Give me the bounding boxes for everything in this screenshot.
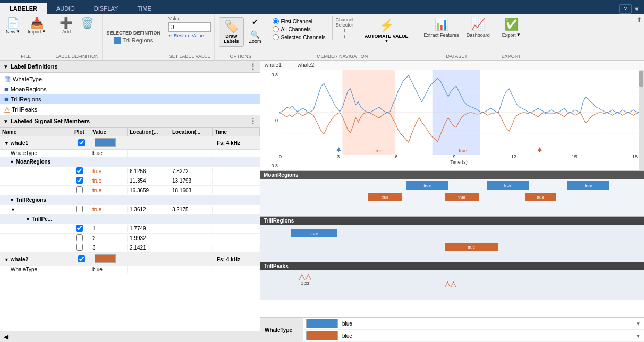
tr1-expand-icon[interactable]: ▼ xyxy=(11,207,15,212)
export-button[interactable]: ✅ Export ▼ xyxy=(499,16,523,39)
label-def-trillregions[interactable]: ■ TrillRegions xyxy=(0,94,260,104)
moanregions-time xyxy=(215,161,258,163)
whale2-label: whale2 xyxy=(11,256,28,262)
extract-features-button[interactable]: 📊 Extract Features xyxy=(421,16,462,39)
mr-orange-bar-2: true xyxy=(445,193,479,201)
whaletype-dropdown-1[interactable]: ▼ xyxy=(635,321,641,327)
trillpe-expand-icon[interactable]: ▼ xyxy=(26,217,30,222)
top-nav: LABELER AUDIO DISPLAY TIME ? ▼ xyxy=(0,0,644,14)
dashboard-button[interactable]: 📈 Dashboard xyxy=(464,16,493,39)
tp3-plot-cell xyxy=(69,243,90,252)
add-icon: ➕ xyxy=(60,18,73,28)
tr1-plot-cell xyxy=(69,205,90,214)
export-dropdown-icon[interactable]: ▼ xyxy=(516,32,521,37)
table-row-whale1[interactable]: ▼ whale1 Fs: 4 kHz xyxy=(0,136,260,150)
automate-value-button[interactable]: ⚡ AUTOMATE VALUE ▼ xyxy=(359,16,414,46)
tp2-checkbox[interactable] xyxy=(76,234,83,241)
whaletype2-time xyxy=(213,269,260,270)
table-row-moanregions[interactable]: ▼ MoanRegions xyxy=(0,157,260,167)
whale2-expand-icon[interactable]: ▼ xyxy=(4,257,9,262)
add-button[interactable]: ➕ Add xyxy=(57,16,76,36)
collapse-ribbon-icon[interactable]: ⬆ xyxy=(637,16,642,23)
table-row-mr2[interactable]: true 11.354 13.1793 xyxy=(0,176,260,186)
table-row-whaletype2[interactable]: WhaleType blue xyxy=(0,266,260,273)
trillregions-expand-icon[interactable]: ▼ xyxy=(10,198,14,203)
waveform-scrollbar[interactable] xyxy=(639,70,644,170)
table-row-tr1[interactable]: ▼ true 1.3612 3.2175 xyxy=(0,205,260,215)
tab-time[interactable]: TIME xyxy=(128,3,160,14)
label-def-moanregions[interactable]: ■ MoanRegions xyxy=(0,84,260,94)
new-button[interactable]: 📄 New ▼ xyxy=(3,16,23,36)
table-row-tp3[interactable]: 3 2.1421 xyxy=(0,243,260,253)
whale2-value-cell xyxy=(92,254,130,264)
help-button[interactable]: ? xyxy=(619,4,632,14)
moanregions-ann-section: MoanRegions true true true xyxy=(260,171,644,217)
whale1-plot-checkbox[interactable] xyxy=(78,139,85,146)
tr1-loc1: 1.3612 xyxy=(128,206,170,213)
zoom-button[interactable]: 🔍 Zoom xyxy=(247,29,264,46)
selected-channels-radio[interactable]: Selected Channels xyxy=(273,34,326,40)
delete-button[interactable]: 🗑️ xyxy=(78,16,97,30)
all-channels-radio[interactable]: All Channels xyxy=(273,26,326,32)
table-row-tp2[interactable]: 2 1.9932 xyxy=(0,234,260,243)
moanregions-icon: ■ xyxy=(4,85,9,93)
marker-true-2: true xyxy=(459,148,467,153)
tab-display[interactable]: DISPLAY xyxy=(84,3,128,14)
tr1-checkbox[interactable] xyxy=(76,206,83,212)
new-dropdown-icon[interactable]: ▼ xyxy=(16,29,20,34)
table-row-whale2[interactable]: ▼ whale2 Fs: 4 kHz xyxy=(0,253,260,266)
channel-arrows[interactable]: ↑ ↓ xyxy=(343,28,346,39)
moanregions-expand-icon[interactable]: ▼ xyxy=(10,159,14,165)
collapse-ribbon-button[interactable]: ⬆ xyxy=(634,14,644,60)
trillpe-value xyxy=(105,219,142,220)
export-label: Export xyxy=(502,32,516,38)
label-defs-collapse-btn[interactable]: ▼ xyxy=(3,64,9,70)
table-row-mr1[interactable]: true 6.1256 7.8272 xyxy=(0,167,260,176)
left-scroll-btn[interactable]: ◄ xyxy=(2,332,10,341)
tab-audio[interactable]: AUDIO xyxy=(47,3,84,14)
tab-labeler[interactable]: LABELER xyxy=(0,3,47,14)
whaletype-label: WhaleType xyxy=(13,76,42,82)
mr1-checkbox[interactable] xyxy=(76,167,83,174)
label-def-whaletype[interactable]: ▦ WhaleType xyxy=(0,74,260,84)
whale2-plot-checkbox[interactable] xyxy=(78,255,85,262)
tp2-loc1: 1.9932 xyxy=(128,235,170,242)
whaletype-icon: ▦ xyxy=(4,75,11,83)
table-row-trillregions[interactable]: ▼ TrillRegions xyxy=(0,195,260,205)
peak-group-2: △△ xyxy=(445,280,456,287)
restore-value-button[interactable]: ↩ Restore Value xyxy=(168,33,211,38)
label-definition-group: ➕ Add 🗑️ LABEL DEFINITION xyxy=(52,14,102,60)
mr2-name xyxy=(0,181,69,182)
draw-labels-button[interactable]: 🏷️ DrawLabels xyxy=(219,17,244,47)
whale1-expand-icon[interactable]: ▼ xyxy=(4,141,9,146)
mr3-checkbox[interactable] xyxy=(76,186,83,193)
label-def-group-label: LABEL DEFINITION xyxy=(55,53,98,59)
options-check-button[interactable]: ✔ xyxy=(247,16,264,28)
moanregions-group-label: MoanRegions xyxy=(16,159,51,165)
whaletype-dropdown-2[interactable]: ▼ xyxy=(635,333,641,339)
import-dropdown-icon[interactable]: ▼ xyxy=(41,29,46,34)
table-row-tp1[interactable]: 1 1.7749 xyxy=(0,224,260,234)
table-row-trillpeaks-sub[interactable]: ▼ TrillPe... xyxy=(0,215,260,224)
trillpeaks-ann-section: TrillPeaks △△ 1 23 △△ xyxy=(260,262,644,300)
label-def-trillpeaks[interactable]: △ TrillPeaks xyxy=(0,104,260,114)
tp1-checkbox[interactable] xyxy=(76,225,83,232)
automate-dropdown-icon[interactable]: ▼ xyxy=(384,39,388,44)
import-button[interactable]: 📥 Import ▼ xyxy=(25,16,48,36)
table-row-mr3[interactable]: true 16.3659 18.1603 xyxy=(0,186,260,195)
table-more-btn[interactable]: ⋮ xyxy=(249,117,257,125)
first-channel-radio[interactable]: First Channel xyxy=(273,18,326,24)
down-arrow-icon[interactable]: ↓ xyxy=(343,33,346,39)
table-collapse-btn[interactable]: ▼ xyxy=(3,118,9,124)
trillregions-group-name: ▼ TrillRegions xyxy=(2,196,71,203)
mr-blue-bar-3-label: true xyxy=(584,183,592,188)
table-row-whaletype1[interactable]: WhaleType blue xyxy=(0,150,260,157)
waveform-scroll-thumb[interactable] xyxy=(639,71,643,87)
tp3-checkbox[interactable] xyxy=(76,244,83,251)
value-input[interactable] xyxy=(168,22,211,32)
up-arrow-icon[interactable]: ↑ xyxy=(343,28,346,33)
mr2-checkbox[interactable] xyxy=(76,177,83,184)
label-defs-more-btn[interactable]: ⋮ xyxy=(249,62,257,71)
member-navigation-group-label: MEMBER NAVIGATION xyxy=(317,53,368,59)
menu-icon[interactable]: ▼ xyxy=(634,6,640,12)
